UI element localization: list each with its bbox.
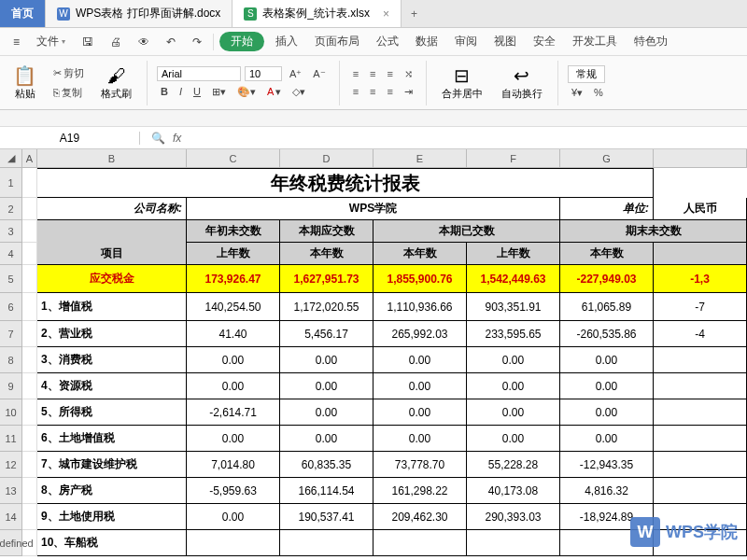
row-header[interactable]: 7 xyxy=(0,321,22,347)
bold-button[interactable]: B xyxy=(157,84,172,99)
underline-button[interactable]: U xyxy=(190,84,204,99)
align-right-icon[interactable]: ≡ xyxy=(384,84,397,99)
company-name: WPS学院 xyxy=(187,198,560,220)
th: 本期已交数 xyxy=(374,220,560,243)
paste-button[interactable]: 📋粘贴 xyxy=(7,63,42,103)
app-menu-icon[interactable]: ≡ xyxy=(7,34,25,50)
row-header[interactable]: 6 xyxy=(0,293,22,321)
menu-formula[interactable]: 公式 xyxy=(371,32,404,51)
col-header[interactable]: C xyxy=(187,149,280,168)
cell: 40,173.08 xyxy=(467,478,560,504)
clear-format-button[interactable]: ◇▾ xyxy=(289,84,309,100)
cell: 0.00 xyxy=(374,399,467,426)
menu-view[interactable]: 视图 xyxy=(488,32,522,51)
row-header[interactable]: 14 xyxy=(0,504,22,530)
undo-icon[interactable]: ↶ xyxy=(161,34,181,50)
align-middle-icon[interactable]: ≡ xyxy=(366,66,379,81)
percent-icon[interactable]: % xyxy=(590,85,607,100)
menu-dev[interactable]: 开发工具 xyxy=(567,32,623,51)
cell xyxy=(654,452,747,478)
indent-icon[interactable]: ⇥ xyxy=(401,84,416,100)
currency-icon[interactable]: ¥▾ xyxy=(568,85,586,101)
select-all-corner[interactable]: ◢ xyxy=(0,149,22,168)
increase-font-icon[interactable]: A⁺ xyxy=(286,66,305,82)
menu-data[interactable]: 数据 xyxy=(410,32,444,51)
cell: 0.00 xyxy=(560,399,654,426)
wrap-button[interactable]: ↩自动换行 xyxy=(496,63,548,103)
orientation-icon[interactable]: ⤭ xyxy=(401,66,416,82)
menu-layout[interactable]: 页面布局 xyxy=(309,32,365,51)
col-header[interactable]: D xyxy=(280,149,374,168)
italic-button[interactable]: I xyxy=(176,84,186,99)
cell: 0.00 xyxy=(467,426,560,452)
close-icon[interactable]: × xyxy=(383,7,389,21)
align-left-icon[interactable]: ≡ xyxy=(349,84,362,99)
row-header[interactable]: 11 xyxy=(0,426,22,452)
col-header[interactable]: F xyxy=(467,149,560,168)
tab-home[interactable]: 首页 xyxy=(0,0,46,27)
cell: 265,992.03 xyxy=(374,321,467,347)
align-bottom-icon[interactable]: ≡ xyxy=(384,66,397,81)
cell: 73,778.70 xyxy=(374,452,467,478)
row-header[interactable]: 8 xyxy=(0,347,22,373)
print-icon[interactable]: 🖨 xyxy=(105,34,127,50)
row-header[interactable]: 12 xyxy=(0,452,22,478)
fill-color-button[interactable]: 🎨▾ xyxy=(233,84,260,100)
decrease-font-icon[interactable]: A⁻ xyxy=(309,66,329,82)
search-icon[interactable]: 🔍 xyxy=(151,132,165,145)
cell: 161,298.22 xyxy=(374,478,467,504)
row-header[interactable]: 3 xyxy=(0,220,22,243)
row-header[interactable]: 4 xyxy=(0,243,22,265)
row-label: 2、营业税 xyxy=(37,321,187,347)
col-header[interactable]: B xyxy=(37,149,187,168)
number-format-select[interactable]: 常规 xyxy=(568,65,605,83)
save-icon[interactable]: 🖫 xyxy=(77,34,99,50)
report-title: 年终税费统计报表 xyxy=(37,168,654,198)
unit-label: 单位: xyxy=(560,198,654,220)
row-header[interactable]: 2 xyxy=(0,198,22,220)
row-header[interactable]: 10 xyxy=(0,399,22,426)
cell: 0.00 xyxy=(187,504,280,530)
row-header[interactable]: 5 xyxy=(0,265,22,293)
col-header[interactable]: E xyxy=(374,149,467,168)
cell xyxy=(654,478,747,504)
tab-doc[interactable]: W WPS表格 打印界面讲解.docx xyxy=(46,0,233,27)
preview-icon[interactable]: 👁 xyxy=(133,34,155,50)
format-painter-button[interactable]: 🖌格式刷 xyxy=(95,63,137,103)
cell: 903,351.91 xyxy=(467,293,560,321)
font-name-select[interactable]: Arial xyxy=(157,66,241,81)
menu-start[interactable]: 开始 xyxy=(219,32,264,51)
col-header[interactable]: G xyxy=(560,149,654,168)
file-menu[interactable]: 文件▾ xyxy=(31,32,71,51)
row-header[interactable]: 13 xyxy=(0,478,22,504)
menu-security[interactable]: 安全 xyxy=(528,32,561,51)
copy-button[interactable]: ⎘ 复制 xyxy=(49,84,86,102)
font-size-select[interactable]: 10 xyxy=(245,66,282,81)
th-project xyxy=(37,220,187,243)
align-top-icon[interactable]: ≡ xyxy=(349,66,362,81)
col-header[interactable]: A xyxy=(22,149,37,168)
merge-button[interactable]: ⊟合并居中 xyxy=(436,63,488,103)
name-box[interactable]: A19 xyxy=(0,132,140,145)
redo-icon[interactable]: ↷ xyxy=(187,34,207,50)
menu-insert[interactable]: 插入 xyxy=(270,32,303,51)
border-button[interactable]: ⊞▾ xyxy=(208,84,230,100)
col-header[interactable] xyxy=(654,149,747,168)
font-color-button[interactable]: A▾ xyxy=(263,84,285,100)
menu-review[interactable]: 审阅 xyxy=(449,32,483,51)
th xyxy=(654,243,747,265)
cell: 0.00 xyxy=(467,399,560,426)
row-header[interactable]: undefined xyxy=(0,530,22,556)
sheet-icon: S xyxy=(244,7,257,21)
add-tab-button[interactable]: + xyxy=(402,0,427,27)
fx-button[interactable]: fx xyxy=(173,132,181,145)
tab-sheet[interactable]: S 表格案例_统计表.xlsx × xyxy=(233,0,402,27)
cut-button[interactable]: ✂ 剪切 xyxy=(49,64,88,82)
menu-special[interactable]: 特色功 xyxy=(628,32,673,51)
align-center-icon[interactable]: ≡ xyxy=(366,84,379,99)
spreadsheet-grid[interactable]: ◢ A B C D E F G 1 年终税费统计报表 2 公司名称: WPS学院… xyxy=(0,149,747,556)
row-header[interactable]: 9 xyxy=(0,373,22,399)
row-header[interactable]: 1 xyxy=(0,168,22,198)
cell: 60,835.35 xyxy=(280,452,374,478)
th: 本期应交数 xyxy=(280,220,374,243)
